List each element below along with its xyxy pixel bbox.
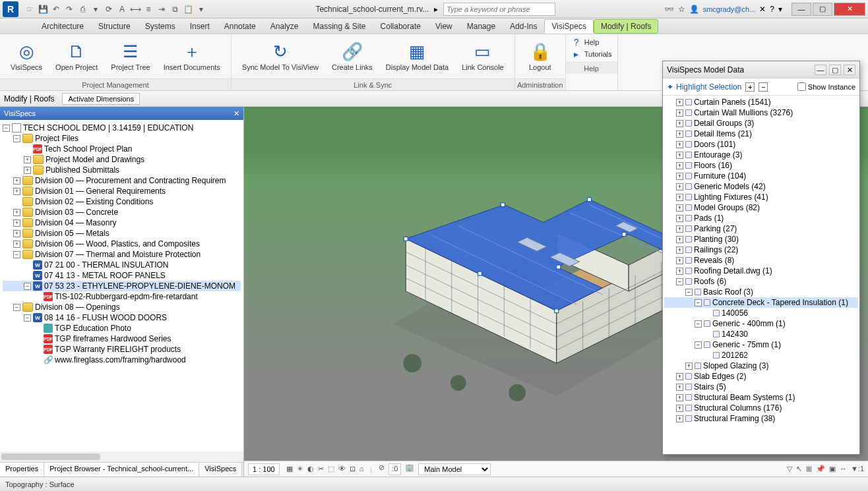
link-select-icon[interactable]: ⊞: [806, 465, 812, 473]
model-data-node[interactable]: +Entourage (3): [664, 150, 858, 160]
expand-icon[interactable]: +: [13, 230, 20, 237]
model-data-node[interactable]: +Doors (101): [664, 139, 858, 150]
undo-icon[interactable]: ↶: [50, 3, 62, 15]
expand-icon[interactable]: +: [676, 204, 683, 212]
model-data-node[interactable]: +Slab Edges (2): [664, 371, 858, 382]
model-data-node[interactable]: +Sloped Glazing (3): [664, 361, 858, 371]
tree-node[interactable]: W07 21 00 - THERMAL INSULATION: [3, 260, 241, 270]
close-button[interactable]: ✕: [834, 3, 865, 16]
expand-icon[interactable]: +: [676, 215, 683, 222]
tree-root[interactable]: −TECH SCHOOL DEMO | 3.14159 | EDUCATION: [3, 123, 241, 133]
dim-icon[interactable]: ⟷: [129, 3, 141, 15]
model-data-node[interactable]: 201262: [664, 350, 858, 361]
expand-icon[interactable]: +: [676, 99, 683, 106]
expand-icon[interactable]: +: [676, 373, 683, 380]
activate-dimensions-button[interactable]: Activate Dimensions: [62, 93, 140, 105]
model-data-node[interactable]: +Structural Columns (176): [664, 403, 858, 413]
expand-icon[interactable]: +: [676, 268, 683, 275]
close-icon[interactable]: ✕: [844, 65, 855, 75]
model-data-node[interactable]: +Model Groups (82): [664, 202, 858, 213]
expand-icon[interactable]: +: [685, 362, 693, 370]
tree-node[interactable]: +Division 05 — Metals: [3, 228, 241, 239]
pin-select-icon[interactable]: 📌: [816, 465, 825, 473]
tree-node[interactable]: W07 41 13 - METAL ROOF PANELS: [3, 270, 241, 281]
bottom-tab-2[interactable]: VisiSpecs: [199, 463, 242, 477]
expand-icon[interactable]: +: [13, 241, 20, 248]
link-console-button[interactable]: ▭Link Console: [456, 40, 509, 72]
minimize-icon[interactable]: —: [815, 65, 826, 75]
expand-icon[interactable]: +: [13, 219, 20, 227]
model-data-node[interactable]: +Furniture (104): [664, 171, 858, 181]
help-button[interactable]: ?Help: [571, 37, 612, 47]
scale-display[interactable]: 1 : 100: [248, 463, 280, 475]
expand-icon[interactable]: −: [24, 283, 31, 290]
tree-node[interactable]: +Division 01 — General Requirements: [3, 186, 241, 196]
search-input[interactable]: [443, 3, 555, 16]
user-icon[interactable]: 👤: [689, 5, 699, 14]
star-icon[interactable]: ☆: [678, 5, 685, 14]
model-data-node[interactable]: −Generic - 75mm (1): [664, 339, 858, 350]
model-data-node[interactable]: −Basic Roof (3): [664, 287, 858, 297]
show-instance-checkbox[interactable]: Show Instance: [797, 82, 855, 91]
expand-icon[interactable]: +: [13, 209, 20, 216]
expand-icon[interactable]: +: [676, 141, 683, 148]
expand-icon[interactable]: −: [13, 251, 20, 258]
expand-icon[interactable]: −: [695, 320, 702, 328]
open-project-button[interactable]: 🗋Open Project: [50, 40, 103, 72]
model-data-node[interactable]: +Curtain Panels (1541): [664, 97, 858, 107]
tab-systems[interactable]: Systems: [138, 19, 183, 34]
tree-node[interactable]: +Division 00 — Procurement and Contracti…: [3, 175, 241, 186]
model-data-node[interactable]: +Lighting Fixtures (41): [664, 192, 858, 202]
sync-icon[interactable]: ⟳: [103, 3, 115, 15]
temp-icon[interactable]: ⌂: [359, 465, 364, 473]
expand-icon[interactable]: −: [13, 135, 20, 142]
model-data-node[interactable]: +Reveals (8): [664, 255, 858, 266]
expand-icon[interactable]: +: [676, 384, 683, 391]
model-data-node[interactable]: +Planting (30): [664, 234, 858, 245]
bottom-tab-0[interactable]: Properties: [0, 463, 44, 477]
display-model-data-button[interactable]: ▦Display Model Data: [381, 40, 454, 72]
model-data-node[interactable]: +Stairs (5): [664, 382, 858, 392]
tree-node[interactable]: −Division 07 — Thermal and Moisture Prot…: [3, 249, 241, 260]
expand-icon[interactable]: +: [676, 257, 683, 264]
title-dropdown-icon[interactable]: ▸: [434, 5, 438, 14]
maximize-icon[interactable]: ▢: [829, 65, 841, 75]
tab-analyze[interactable]: Analyze: [263, 19, 306, 34]
drag-icon[interactable]: ↔: [840, 465, 847, 473]
paste-icon[interactable]: 📋: [182, 3, 194, 15]
expand-icon[interactable]: +: [13, 177, 20, 185]
user-label[interactable]: smcgrady@ch...: [703, 5, 756, 13]
expand-icon[interactable]: +: [24, 167, 31, 174]
project-tree-button[interactable]: ☰Project Tree: [106, 40, 155, 72]
horizontal-scrollbar[interactable]: [0, 451, 243, 462]
highlight-selection-button[interactable]: ✦ Highlight Selection: [667, 82, 741, 92]
expand-icon[interactable]: +: [676, 173, 683, 180]
app-icon[interactable]: R: [3, 1, 18, 17]
list-icon[interactable]: ≡: [142, 3, 154, 15]
model-data-node[interactable]: +Detail Items (21): [664, 129, 858, 139]
model-data-node[interactable]: +Detail Groups (3): [664, 118, 858, 129]
align-icon[interactable]: ⇥: [156, 3, 168, 15]
expand-icon[interactable]: −: [685, 289, 693, 296]
minimize-button[interactable]: —: [791, 3, 811, 16]
model-data-node[interactable]: +Roofing Detail.dwg (1): [664, 266, 858, 276]
expand-icon[interactable]: +: [676, 415, 683, 422]
expand-icon[interactable]: +: [676, 162, 683, 169]
show-instance-input[interactable]: [797, 82, 806, 91]
save-icon[interactable]: 💾: [37, 3, 49, 15]
expand-icon[interactable]: +: [676, 246, 683, 254]
tree-node[interactable]: −W07 53 23 - ETHYLENE-PROPYLENE-DIENE-MO…: [3, 281, 241, 291]
snap-value[interactable]: :0: [388, 463, 401, 475]
tree-node[interactable]: PDFTIS-102-Rubbergard-epdm-fire-retardan…: [3, 291, 241, 302]
left-panel-close-icon[interactable]: ✕: [233, 109, 239, 118]
model-data-node[interactable]: −Roofs (6): [664, 276, 858, 287]
model-data-titlebar[interactable]: VisiSpecs Model Data — ▢ ✕: [663, 61, 859, 78]
model-data-node[interactable]: 142430: [664, 329, 858, 339]
tab-massing-site[interactable]: Massing & Site: [306, 19, 373, 34]
tree-node[interactable]: 🔗www.fireglass.com/framing/hardwood: [3, 355, 241, 365]
snap-icon[interactable]: ⊘: [379, 463, 385, 475]
expand-icon[interactable]: +: [676, 109, 683, 117]
font-icon[interactable]: A: [116, 3, 128, 15]
copy-icon[interactable]: ⧉: [169, 3, 181, 15]
expand-icon[interactable]: −: [13, 304, 20, 311]
